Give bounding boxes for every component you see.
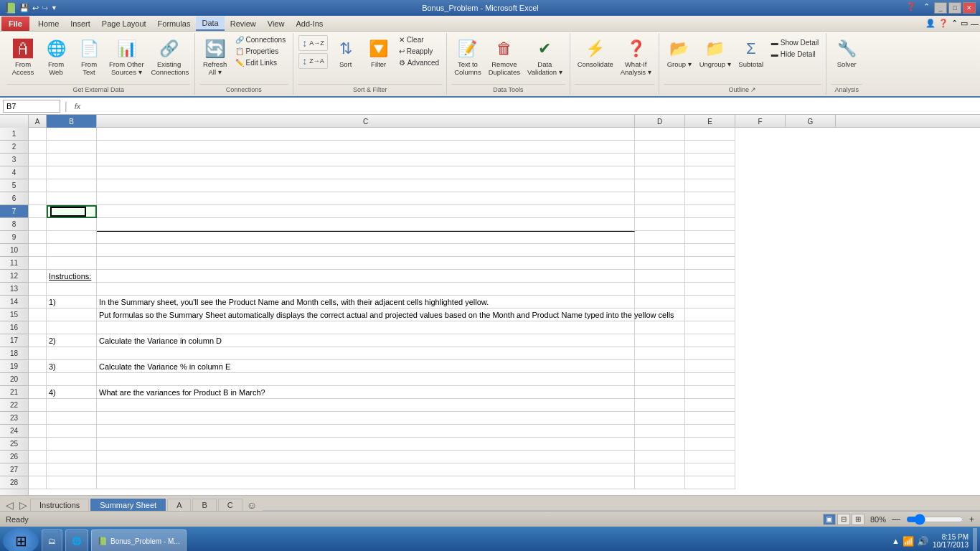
row-header-19[interactable]: 19 (0, 360, 28, 373)
cell-b2[interactable] (47, 141, 97, 154)
cell-c7[interactable] (97, 205, 635, 218)
cell-c24[interactable] (97, 425, 635, 438)
cell-a7[interactable] (29, 205, 47, 218)
cell-a22[interactable] (29, 399, 47, 412)
cell-c13[interactable] (97, 283, 635, 296)
cell-e19[interactable] (685, 360, 735, 373)
row-header-27[interactable]: 27 (0, 463, 28, 476)
sort-az-button[interactable]: ↕ A→Z (298, 35, 328, 51)
cell-c9[interactable] (97, 231, 635, 244)
cell-c17[interactable]: Calculate the Variance in column D (97, 334, 635, 347)
cell-e20[interactable] (685, 373, 735, 386)
cell-c20[interactable] (97, 373, 635, 386)
cell-c18[interactable] (97, 347, 635, 360)
show-desktop-icon[interactable] (973, 528, 977, 551)
cell-b25[interactable] (47, 438, 97, 451)
cell-b9[interactable] (47, 231, 97, 244)
cell-e8[interactable] (685, 218, 735, 231)
remove-duplicates-button[interactable]: 🗑 RemoveDuplicates (486, 34, 523, 78)
row-header-18[interactable]: 18 (0, 347, 28, 360)
cell-a1[interactable] (29, 128, 47, 141)
page-layout-view-button[interactable]: ⊟ (837, 514, 850, 525)
cell-e11[interactable] (685, 257, 735, 270)
taskbar-explorer[interactable]: 🗂 (42, 529, 62, 551)
cell-b21[interactable]: 4) (47, 386, 97, 399)
add-sheet-button[interactable]: ☺ (244, 499, 260, 511)
cell-c6[interactable] (97, 192, 635, 205)
row-header-7[interactable]: 7 (0, 205, 28, 218)
from-access-button[interactable]: 🅰 FromAccess (7, 34, 39, 78)
cell-a2[interactable] (29, 141, 47, 154)
tab-summary-sheet[interactable]: Summary Sheet (90, 499, 166, 511)
cell-e23[interactable] (685, 412, 735, 425)
cell-d25[interactable] (635, 438, 685, 451)
tab-a[interactable]: A (167, 499, 191, 511)
cell-d13[interactable] (635, 283, 685, 296)
ribbon-options-icon[interactable]: ⌃ (951, 19, 958, 28)
from-other-sources-button[interactable]: 📊 From OtherSources ▾ (106, 34, 147, 78)
corner-cell[interactable] (0, 115, 29, 128)
cell-b22[interactable] (47, 399, 97, 412)
taskbar-excel[interactable]: 📗 Bonus_Problem - M... (91, 529, 187, 551)
expand-icon[interactable]: ▭ (961, 19, 968, 28)
zoom-in-icon[interactable]: + (969, 514, 974, 524)
consolidate-button[interactable]: ⚡ Consolidate (575, 34, 616, 70)
cell-d12[interactable] (635, 270, 685, 283)
close-button[interactable]: ✕ (963, 2, 976, 14)
show-detail-button[interactable]: ▬ Show Detail (768, 37, 821, 48)
cell-a27[interactable] (29, 463, 47, 476)
tab-instructions[interactable]: Instructions (30, 499, 89, 511)
cell-b16[interactable] (47, 321, 97, 334)
cell-c8[interactable] (97, 218, 635, 231)
cell-e25[interactable] (685, 438, 735, 451)
col-header-f[interactable]: F (735, 115, 786, 128)
undo-btn[interactable]: ↩ (32, 4, 39, 13)
properties-button[interactable]: 📋 Properties (232, 46, 289, 57)
cell-a10[interactable] (29, 244, 47, 257)
zoom-out-icon[interactable]: — (892, 514, 900, 524)
row-header-20[interactable]: 20 (0, 373, 28, 386)
row-header-2[interactable]: 2 (0, 141, 28, 154)
cell-b1[interactable] (47, 128, 97, 141)
tab-scroll-right[interactable]: ▷ (17, 499, 30, 511)
col-header-b[interactable]: B (47, 115, 97, 128)
data-menu[interactable]: Data (196, 17, 224, 31)
cell-a15[interactable] (29, 309, 47, 321)
name-box[interactable]: B7 (3, 100, 60, 113)
existing-connections-button[interactable]: 🔗 ExistingConnections (149, 34, 190, 78)
minimize-icon[interactable]: — (971, 19, 979, 28)
cell-d14[interactable] (635, 296, 685, 309)
subtotal-button[interactable]: Σ Subtotal (735, 34, 767, 70)
connections-button[interactable]: 🔗 Connections (232, 34, 289, 45)
cell-b28[interactable] (47, 476, 97, 489)
cell-d27[interactable] (635, 463, 685, 476)
row-header-12[interactable]: 12 (0, 270, 28, 283)
row-header-14[interactable]: 14 (0, 296, 28, 309)
cell-b20[interactable] (47, 373, 97, 386)
cell-c27[interactable] (97, 463, 635, 476)
row-header-10[interactable]: 10 (0, 244, 28, 257)
cell-a12[interactable] (29, 270, 47, 283)
cell-a3[interactable] (29, 154, 47, 166)
cell-e12[interactable] (685, 270, 735, 283)
filter-button[interactable]: 🔽 Filter (363, 34, 395, 70)
cell-a14[interactable] (29, 296, 47, 309)
cell-e18[interactable] (685, 347, 735, 360)
edit-links-button[interactable]: ✏️ Edit Links (232, 57, 289, 68)
row-header-13[interactable]: 13 (0, 283, 28, 296)
cell-e3[interactable] (685, 154, 735, 166)
cell-c26[interactable] (97, 451, 635, 463)
cell-e14[interactable] (685, 296, 735, 309)
cell-d6[interactable] (635, 192, 685, 205)
cell-d11[interactable] (635, 257, 685, 270)
cell-b18[interactable] (47, 347, 97, 360)
cell-b13[interactable] (47, 283, 97, 296)
save-btn[interactable]: 💾 (19, 4, 29, 13)
cell-b8[interactable] (47, 218, 97, 231)
cell-d4[interactable] (635, 166, 685, 179)
advanced-button[interactable]: ⚙ Advanced (396, 57, 442, 68)
cell-a17[interactable] (29, 334, 47, 347)
cell-c16[interactable] (97, 321, 635, 334)
cell-d3[interactable] (635, 154, 685, 166)
cell-c12[interactable] (97, 270, 635, 283)
